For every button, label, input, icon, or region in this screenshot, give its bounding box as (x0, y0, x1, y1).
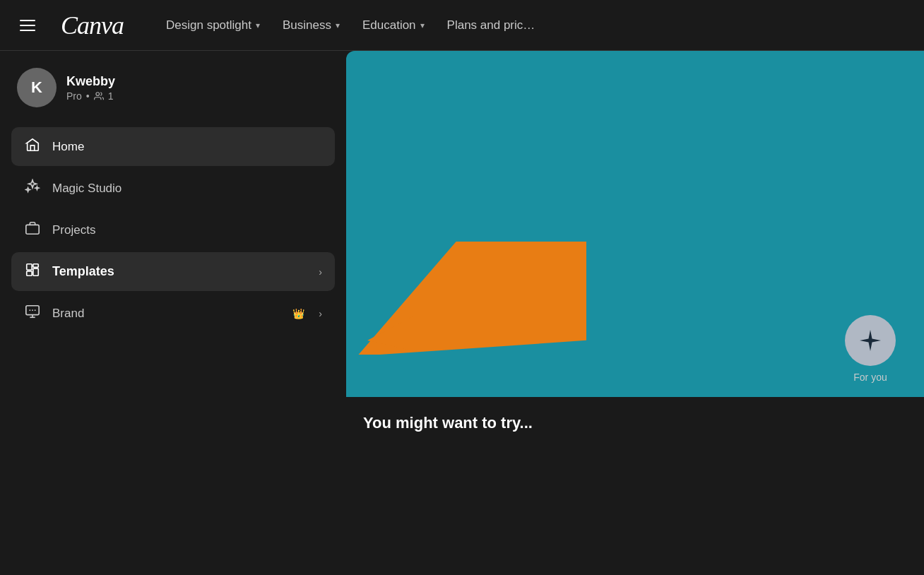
main-layout: K Kwebby Pro • 1 (0, 51, 924, 575)
arrow-annotation (346, 242, 586, 355)
bottom-section: You might want to try... (346, 397, 924, 444)
chevron-down-icon: ▾ (336, 20, 340, 30)
svg-rect-1 (26, 225, 39, 234)
chevron-right-icon: › (319, 308, 322, 319)
content-area: For you You might want to try... (346, 51, 924, 575)
sidebar-item-projects[interactable]: Projects (11, 211, 335, 249)
hamburger-menu-button[interactable] (17, 17, 38, 34)
sidebar-item-magic-studio[interactable]: Magic Studio (11, 169, 335, 208)
svg-point-7 (29, 309, 30, 311)
sparkle-icon (857, 327, 884, 354)
nav-link-business[interactable]: Business ▾ (274, 13, 348, 38)
for-you-button[interactable]: For you (845, 315, 896, 383)
user-info: Kwebby Pro • 1 (66, 74, 115, 102)
people-icon (94, 91, 104, 101)
sidebar-item-label: Magic Studio (52, 182, 322, 196)
user-meta: Pro • 1 (66, 90, 115, 102)
avatar: K (17, 68, 57, 107)
user-profile-section[interactable]: K Kwebby Pro • 1 (11, 68, 335, 107)
magic-studio-icon (24, 179, 41, 198)
svg-rect-5 (27, 271, 32, 275)
nav-links-container: Design spotlight ▾ Business ▾ Education … (158, 13, 907, 38)
sidebar: K Kwebby Pro • 1 (0, 51, 346, 575)
crown-icon: 👑 (292, 308, 304, 319)
sidebar-item-label: Templates (52, 264, 307, 279)
sidebar-item-label: Brand (52, 307, 281, 321)
home-icon (24, 137, 41, 156)
sidebar-item-home[interactable]: Home (11, 127, 335, 166)
chevron-down-icon: ▾ (256, 20, 260, 30)
sidebar-item-label: Projects (52, 223, 322, 237)
nav-link-design-spotlight[interactable]: Design spotlight ▾ (158, 13, 268, 38)
user-name: Kwebby (66, 74, 115, 89)
nav-link-plans-pricing[interactable]: Plans and pric… (439, 13, 544, 38)
canva-logo: Canva (61, 11, 124, 40)
svg-point-0 (96, 92, 100, 95)
svg-point-9 (35, 309, 36, 311)
chevron-right-icon: › (319, 266, 322, 278)
svg-rect-2 (27, 264, 32, 270)
sidebar-item-brand[interactable]: Brand 👑 › (11, 294, 335, 333)
svg-rect-4 (33, 268, 38, 275)
hero-banner: For you (346, 51, 924, 397)
top-navigation: Canva Design spotlight ▾ Business ▾ Educ… (0, 0, 924, 51)
for-you-circle (845, 315, 896, 366)
nav-link-education[interactable]: Education ▾ (354, 13, 433, 38)
templates-icon (24, 262, 41, 281)
section-title: You might want to try... (346, 414, 924, 432)
for-you-label: For you (853, 372, 887, 383)
sidebar-item-templates[interactable]: Templates › (11, 252, 335, 291)
svg-point-8 (32, 309, 33, 311)
projects-icon (24, 220, 41, 239)
svg-rect-3 (33, 264, 38, 268)
sidebar-item-label: Home (52, 140, 322, 154)
chevron-down-icon: ▾ (420, 20, 425, 30)
svg-marker-12 (367, 316, 413, 351)
brand-icon (24, 304, 41, 323)
svg-line-11 (403, 256, 558, 333)
